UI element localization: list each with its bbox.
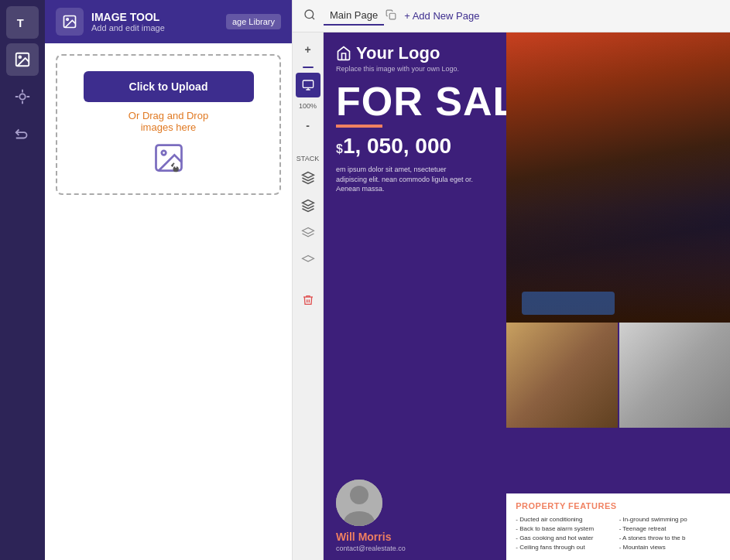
stack-layer-3-icon[interactable] [296, 221, 320, 246]
svg-point-5 [67, 19, 69, 20]
document-preview: Your Logo Replace this image with your o… [324, 32, 730, 560]
zoom-level: 100% [299, 102, 317, 110]
svg-point-3 [19, 94, 25, 99]
search-icon[interactable] [303, 9, 316, 24]
upload-image-icon [152, 141, 186, 178]
upload-area: Click to Upload Or Drag and Drop images … [56, 54, 281, 195]
tool-panel: IMAGE TOOL Add and edit image age Librar… [45, 0, 293, 560]
canvas-area: Main Page + Add New Page + 100% - [293, 0, 730, 560]
page-library-button[interactable]: age Library [226, 14, 281, 29]
feature-item: - Ceiling fans through out [516, 543, 617, 552]
price-underline [336, 125, 382, 128]
screen-icon[interactable] [296, 73, 320, 97]
svg-point-2 [19, 56, 21, 58]
agent-avatar-icon [336, 480, 382, 526]
flyer-top: Your Logo Replace this image with your o… [324, 32, 730, 560]
agent-section: Will Morris contact@realestate.co [324, 472, 506, 560]
text-tool-icon[interactable]: T [6, 6, 39, 39]
tool-header-tabs: age Library [226, 14, 281, 29]
delete-icon[interactable] [296, 288, 320, 312]
main-page-tab[interactable]: Main Page [324, 6, 384, 26]
bath-photo [619, 323, 730, 428]
logo-area: Your Logo Replace this image with your o… [336, 43, 459, 73]
tool-title: IMAGE TOOL [91, 11, 165, 23]
feature-item: - Teenage retreat [619, 524, 721, 534]
logo-subtext: Replace this image with your own Logo. [336, 65, 459, 73]
flyer: Your Logo Replace this image with your o… [324, 32, 730, 560]
svg-rect-11 [303, 80, 313, 87]
feature-item: - Back to base alarm system [516, 524, 617, 534]
photo-strip [506, 323, 730, 428]
shape-tool-icon[interactable] [6, 80, 39, 113]
house-image [506, 32, 730, 323]
svg-text:T: T [17, 17, 24, 29]
agent-name: Will Morris [336, 531, 494, 543]
description-text: em ipsum dolor sit amet, nsectetuer adip… [336, 165, 475, 194]
feature-item: - Ducted air conditioning [516, 515, 617, 524]
kitchen-photo [506, 323, 617, 428]
agent-email: contact@realestate.co [336, 545, 494, 552]
feature-item: - Gas cooking and hot water [516, 534, 617, 543]
canvas-toolbar: Main Page + Add New Page [293, 0, 730, 32]
stack-layer-1-icon[interactable] [296, 166, 320, 190]
minus-zoom-icon[interactable]: - [296, 113, 320, 138]
logo-icon [336, 46, 351, 61]
stack-label: STACK [296, 155, 319, 162]
svg-point-7 [161, 151, 166, 155]
image-tool-icon[interactable] [6, 43, 39, 76]
copy-page-icon[interactable] [386, 9, 396, 23]
svg-rect-10 [389, 13, 396, 19]
feature-item: - A stones throw to the b [619, 534, 721, 543]
features-left: - Ducted air conditioning - Back to base… [516, 515, 617, 552]
stack-layer-2-icon[interactable] [296, 193, 320, 218]
svg-point-16 [350, 486, 368, 504]
canvas-left-toolbar: + 100% - STACK [293, 32, 324, 560]
tool-header: IMAGE TOOL Add and edit image age Librar… [45, 0, 292, 43]
feature-item: - Mountain views [619, 543, 721, 552]
features-title: PROPERTY FEATURES [516, 501, 721, 510]
tool-subtitle: Add and edit image [91, 23, 165, 32]
logo-text: Your Logo [356, 43, 440, 63]
features-section: PROPERTY FEATURES - Ducted air condition… [506, 493, 730, 560]
undo-icon[interactable] [6, 118, 39, 150]
drag-drop-label: Or Drag and Drop images here [129, 110, 208, 133]
image-tool-header-icon [56, 8, 84, 36]
icon-bar: T [0, 0, 45, 560]
agent-avatar [336, 480, 382, 526]
pool-element [522, 292, 615, 315]
tool-header-text: IMAGE TOOL Add and edit image [91, 11, 165, 32]
features-right: - In-ground swimming po - Teenage retrea… [619, 515, 721, 552]
feature-item: - In-ground swimming po [619, 515, 721, 524]
plus-zoom-icon[interactable]: + [296, 37, 320, 62]
stack-layer-4-icon[interactable] [296, 249, 320, 274]
features-grid: - Ducted air conditioning - Back to base… [516, 515, 721, 552]
canvas-viewport: + 100% - STACK [293, 32, 730, 560]
house-image-inner [506, 32, 730, 323]
upload-button[interactable]: Click to Upload [84, 71, 254, 102]
svg-point-9 [305, 10, 314, 19]
add-new-page-button[interactable]: + Add New Page [404, 10, 479, 22]
